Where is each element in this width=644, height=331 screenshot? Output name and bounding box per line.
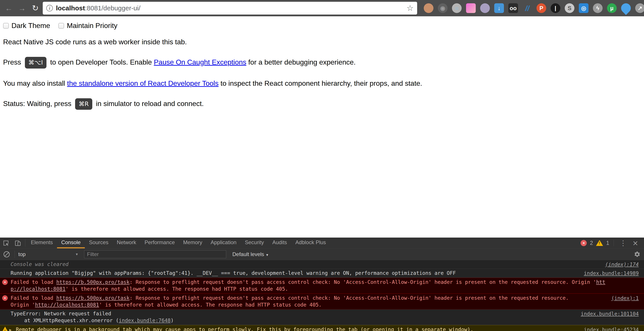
error-2-seg: ' is therefore not allowed access. The r…: [99, 302, 322, 308]
download-arrow-extension[interactable]: ↓: [494, 3, 504, 13]
react-devtools-link[interactable]: the standalone version of React Develope…: [67, 79, 219, 87]
failed-url-link[interactable]: https://b.500px.pro/task: [56, 295, 130, 301]
stack-frame-text: ): [171, 317, 174, 323]
origin-link-part[interactable]: p://localhost:8081: [10, 286, 66, 292]
source-link[interactable]: index.bundle:14989: [584, 270, 639, 277]
source-link[interactable]: index.bundle:45234: [584, 326, 639, 331]
error-icon: ×: [2, 295, 8, 301]
redirect-arrow-extension[interactable]: ↗: [635, 3, 644, 13]
typeerror-message: TypeError: Network request failed: [10, 310, 589, 317]
failed-url-link[interactable]: https://b.500px.pro/task: [56, 279, 130, 285]
error-1-seg: : Response to preflight request doesn't …: [130, 279, 596, 285]
warning-icon: [2, 326, 8, 331]
source-link[interactable]: (index):1: [611, 295, 639, 302]
devtools-panel: ElementsConsoleSourcesNetworkPerformance…: [0, 238, 644, 331]
tab-memory[interactable]: Memory: [179, 238, 206, 248]
settings-gear-icon[interactable]: [634, 251, 640, 258]
maintain-priority-checkbox[interactable]: [58, 23, 64, 29]
tab-application[interactable]: Application: [206, 238, 240, 248]
status-suffix: in simulator to reload and connect.: [96, 100, 204, 108]
status-prefix: Status: Waiting, press: [3, 100, 71, 108]
tab-sources[interactable]: Sources: [85, 238, 112, 248]
tab-console[interactable]: Console: [57, 238, 85, 248]
running-application-text: Running application "Bigjpg" with appPar…: [0, 270, 589, 276]
console-filter[interactable]: [84, 250, 226, 258]
devtools-tabbar: ElementsConsoleSourcesNetworkPerformance…: [0, 238, 644, 249]
tabbar-divider: [25, 239, 25, 247]
lightning-extension[interactable]: ϟ: [593, 3, 602, 13]
typeerror-row: TypeError: Network request failed at XML…: [0, 309, 644, 325]
origin-link-part[interactable]: htt: [596, 279, 606, 285]
context-selector[interactable]: top ▼: [14, 250, 78, 258]
water-drop-extension[interactable]: [619, 1, 633, 15]
tab-security[interactable]: Security: [241, 238, 268, 248]
error-row-2: × Failed to load https://b.500px.pro/tas…: [0, 293, 644, 309]
error-2-text: Failed to load https://b.500px.pro/task:…: [0, 295, 589, 308]
back-icon[interactable]: ←: [3, 3, 14, 14]
double-slash-extension[interactable]: //: [522, 3, 532, 13]
tab-audits[interactable]: Audits: [268, 238, 291, 248]
theme-options-row: Dark Theme Maintain Priority: [3, 22, 644, 30]
error-count-icon[interactable]: ×: [580, 240, 587, 246]
reload-icon[interactable]: ↻: [30, 3, 41, 14]
error-2-seg: : Response to preflight request doesn't …: [130, 295, 569, 301]
stack-source-link[interactable]: index.bundle:7648: [119, 317, 170, 323]
dark-theme-label: Dark Theme: [12, 22, 50, 30]
console-cleared-row: Console was cleared (index):174: [0, 260, 644, 269]
pause-exceptions-link[interactable]: Pause On Caught Exceptions: [154, 58, 246, 66]
source-link[interactable]: (index):174: [605, 261, 639, 268]
url-path: :8081/debugger-ui/: [85, 5, 140, 12]
error-2-seg: Failed to load: [10, 295, 56, 301]
warning-count-icon[interactable]: [596, 240, 603, 246]
error-row-1: × Failed to load https://b.500px.pro/tas…: [0, 278, 644, 293]
url-text[interactable]: localhost:8081/debugger-ui/: [56, 5, 404, 12]
inspect-element-icon[interactable]: [0, 238, 12, 248]
origin-link[interactable]: http://localhost:8081: [35, 302, 99, 308]
error-count: 2: [590, 240, 593, 246]
devtools-close-icon[interactable]: ×: [631, 239, 640, 247]
stack-frame: at XMLHttpRequest.xhr.onerror (index.bun…: [10, 317, 589, 324]
device-toolbar-icon[interactable]: [12, 238, 24, 248]
filter-input[interactable]: [87, 251, 223, 257]
s-badge-extension[interactable]: S: [565, 3, 574, 13]
tab-performance[interactable]: Performance: [140, 238, 179, 248]
error-1-seg: ' is therefore not allowed access. The r…: [66, 286, 288, 292]
console-log: Console was cleared (index):174 Running …: [0, 260, 644, 331]
avatar-extension[interactable]: [424, 3, 434, 13]
two-circles-extension[interactable]: oo: [508, 3, 518, 13]
error-2-seg: Origin ': [10, 302, 35, 308]
address-bar[interactable]: i localhost:8081/debugger-ui/ ☆: [43, 2, 417, 15]
press-middle: to open Developer Tools. Enable: [50, 58, 152, 66]
pushbullet-extension[interactable]: P: [536, 3, 546, 13]
page-info-icon[interactable]: i: [46, 5, 53, 12]
film-reel-extension[interactable]: ◉: [438, 3, 448, 13]
maintain-priority-label: Maintain Priority: [67, 22, 117, 30]
running-application-row: Running application "Bigjpg" with appPar…: [0, 269, 644, 278]
expand-triangle-icon[interactable]: ▶: [9, 326, 12, 331]
devtools-menu-icon[interactable]: ⋮: [618, 239, 628, 247]
tab-network[interactable]: Network: [112, 238, 140, 248]
dotted-circle-extension[interactable]: ○: [452, 3, 462, 13]
install-suffix: to inspect the React component hierarchy…: [220, 79, 422, 87]
press-prefix: Press: [3, 58, 21, 66]
octocat-extension[interactable]: [480, 3, 490, 13]
utorrent-extension[interactable]: µ: [607, 3, 617, 13]
gradient-tile-extension[interactable]: [466, 3, 476, 13]
screen-capture-extension[interactable]: ◎: [579, 3, 588, 13]
dark-theme-checkbox[interactable]: [3, 23, 9, 29]
warning-text: Remote debugger is in a background tab w…: [0, 326, 589, 331]
extension-strip: ◉○↓oo//P|S◎ϟµ↗CORS: [424, 3, 644, 13]
bookmark-star-icon[interactable]: ☆: [406, 4, 414, 13]
forward-icon[interactable]: →: [16, 3, 28, 14]
tab-elements[interactable]: Elements: [27, 238, 57, 248]
log-levels-selector[interactable]: Default levels ▼: [232, 251, 269, 257]
react-devtools-hint-text: You may also install the standalone vers…: [3, 79, 644, 88]
power-extension[interactable]: |: [550, 3, 560, 13]
clear-console-icon[interactable]: [4, 251, 10, 257]
warning-count: 1: [606, 240, 609, 246]
tab-adblock-plus[interactable]: Adblock Plus: [291, 238, 330, 248]
error-icon: ×: [2, 279, 8, 285]
source-link[interactable]: index.bundle:101104: [581, 310, 639, 317]
error-1-text: Failed to load https://b.500px.pro/task:…: [0, 279, 639, 292]
devtools-tabs: ElementsConsoleSourcesNetworkPerformance…: [27, 238, 330, 248]
